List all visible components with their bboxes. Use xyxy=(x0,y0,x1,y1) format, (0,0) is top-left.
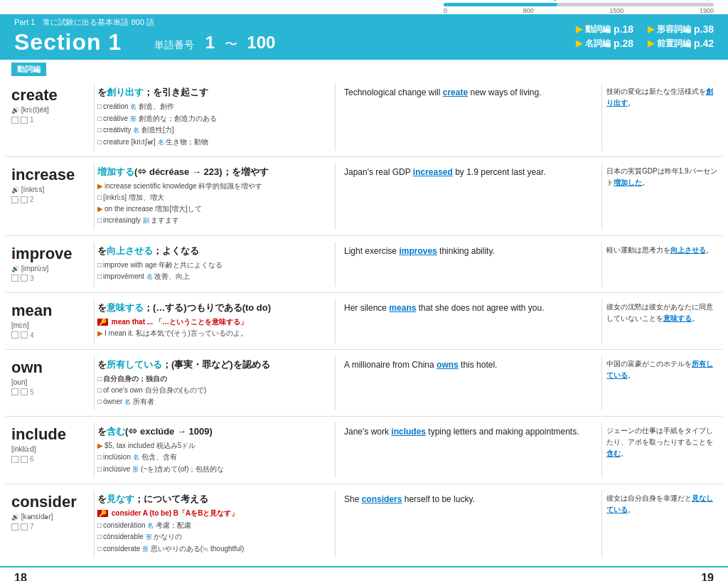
jp-col-include: ジェーンの仕事は手紙をタイプしたり、アポを取ったりすることを含む。 xyxy=(601,422,722,478)
checkbox2-own[interactable] xyxy=(21,388,28,395)
example-col-mean: Her silence means that she does not agre… xyxy=(338,299,599,343)
nav-label-verb: 動詞編 xyxy=(585,23,611,36)
example-col-increase: Japan's real GDP increased by 1.9 percen… xyxy=(338,163,599,230)
progress-fill xyxy=(444,3,557,6)
word-phonetic-mean: [miːn] xyxy=(11,321,85,329)
def-main-mean: を意味する；(…する)つもりである(to do) xyxy=(97,302,332,314)
audio-icon-improve[interactable]: 🔊 xyxy=(11,265,19,272)
arrow-icon-verb: ▶ xyxy=(576,24,582,34)
def-cyan-own: 所有している xyxy=(107,359,162,370)
range-tilde: 〜 xyxy=(225,37,237,51)
def-col-create: を創り出す；を引き起こす □creátion 名 創造、創作 □creátive… xyxy=(94,83,336,151)
check-num-increase: 2 xyxy=(30,196,34,203)
audio-icon-consider[interactable]: 🔊 xyxy=(11,513,19,521)
checkbox2-increase[interactable] xyxy=(21,196,28,203)
checkbox1-mean[interactable] xyxy=(11,331,18,339)
word-col-include: include [inklúːd] 6 xyxy=(6,422,91,478)
jp-key-improve: 向上させる xyxy=(670,246,706,254)
check-num-consider: 7 xyxy=(30,523,34,531)
word-check-increase: 2 xyxy=(11,196,85,203)
word-phonetic-improve: 🔊 [imprúːv] xyxy=(11,265,85,272)
progress-wrapper: ✈ 🚩 0 800 1500 1900 xyxy=(444,3,714,14)
def-sub-improve: □improve with age 年齢と共によくなる □improvément… xyxy=(97,260,332,282)
checkbox2-improve[interactable] xyxy=(21,274,28,282)
checkbox1-improve[interactable] xyxy=(11,274,18,282)
jp-key-include: 含む xyxy=(606,449,621,457)
checkbox1-increase[interactable] xyxy=(11,196,18,203)
example-col-consider: She considers herself to be lucky. xyxy=(338,490,599,558)
word-entry-own: own [oun] 5 を所有している；(事実・罪など)を認める □自分自身の；… xyxy=(6,350,722,417)
check-num-include: 6 xyxy=(30,455,34,463)
header-subtitle: Part 1 常に試験に出る基本単語 800 語 xyxy=(14,17,576,28)
checkbox1-consider[interactable] xyxy=(11,523,18,531)
range-end: 100 xyxy=(247,33,275,52)
word-main-consider: consider xyxy=(11,493,85,511)
def-sub-create-4: □creature [kriːtʃər] 名 生き物；動物 xyxy=(97,137,332,148)
example-key-improve: improves xyxy=(399,246,437,256)
checkbox1-own[interactable] xyxy=(11,388,18,395)
word-phonetic-include: [inklúːd] xyxy=(11,445,85,453)
word-col-mean: mean [miːn] 4 xyxy=(6,299,91,343)
def-sub-improve-2: □improvément 名 改善、向上 xyxy=(97,271,332,282)
section-tag-wrapper: 動詞編 xyxy=(6,60,722,76)
flag-icon: 🚩 xyxy=(707,0,715,1)
checkbox1-create[interactable] xyxy=(11,117,18,124)
word-col-improve: improve 🔊 [imprúːv] 3 xyxy=(6,242,91,287)
header-range: 単語番号 1 〜 100 xyxy=(151,33,278,55)
jp-col-create: 技術の変化は新たな生活様式を創り出す。 xyxy=(601,83,722,151)
def-col-include: を含む(⇔ exclúde → 1009) ▶$5, tax included … xyxy=(94,422,336,478)
prog-label-1900: 1900 xyxy=(700,7,714,14)
def-main-include: を含む(⇔ exclúde → 1009) xyxy=(97,425,332,438)
nav-item-noun[interactable]: ▶ 名詞編 p.28 xyxy=(576,38,633,50)
nav-page-verb: p.18 xyxy=(614,23,633,35)
def-cyan-create: 創り出す xyxy=(107,87,144,97)
header: Part 1 常に試験に出る基本単語 800 語 Section 1 単語番号 … xyxy=(0,14,728,60)
nav-page-adj: p.38 xyxy=(694,23,714,35)
word-phonetic-create: 🔊 [kriː(t)éit] xyxy=(11,106,85,114)
def-sub-create-1: □creátion 名 創造、創作 xyxy=(97,101,332,112)
def-sub-increase-4: □incréasingly 副 ますます xyxy=(97,215,332,226)
def-sub-create: □creátion 名 創造、創作 □creátive 形 創造的な；創造力のあ… xyxy=(97,101,332,147)
nav-item-verb[interactable]: ▶ 動詞編 p.18 xyxy=(576,23,633,36)
def-sub-improve-1: □improve with age 年齢と共によくなる xyxy=(97,260,332,270)
jp-key-consider: 見なしている xyxy=(606,494,713,513)
progress-area: ✈ 🚩 0 800 1500 1900 xyxy=(0,0,728,14)
def-col-own: を所有している；(事実・罪など)を認める □自分自身の；独自の □of one'… xyxy=(94,356,336,411)
arrow-icon-noun: ▶ xyxy=(576,38,582,48)
nav-item-adj[interactable]: ▶ 形容詞編 p.38 xyxy=(648,23,714,36)
header-nav: ▶ 動詞編 p.18 ▶ 形容詞編 p.38 ▶ 名詞編 p.28 ▶ 前置詞編… xyxy=(576,23,714,50)
example-key-create: create xyxy=(443,87,468,97)
def-cyan-mean: 意味する xyxy=(107,302,144,313)
word-entry-consider: consider 🔊 [kənsídər] 7 を見なす；について考える 🔑 c… xyxy=(6,484,722,563)
example-key-own: owns xyxy=(437,360,459,370)
prog-label-0: 0 xyxy=(444,7,447,14)
example-key-consider: considers xyxy=(362,494,402,504)
arrow-icon-adj: ▶ xyxy=(648,24,654,34)
nav-item-prep[interactable]: ▶ 前置詞編 p.42 xyxy=(648,38,714,50)
jp-key-create: 創り出す xyxy=(606,87,713,107)
checkbox2-consider[interactable] xyxy=(21,523,28,531)
word-main-mean: mean xyxy=(11,302,85,320)
example-col-create: Technological change will create new way… xyxy=(338,83,599,151)
jp-key-own: 所有している xyxy=(606,360,713,379)
word-check-mean: 4 xyxy=(11,331,85,339)
checkbox2-create[interactable] xyxy=(21,117,28,124)
progress-bar: ✈ 🚩 xyxy=(444,3,714,6)
checkbox1-include[interactable] xyxy=(11,456,18,463)
check-num-mean: 4 xyxy=(30,331,34,339)
def-sub-include-3: □inclúsive 形 (~を)含めて(of)；包括的な xyxy=(97,464,332,475)
checkbox2-mean[interactable] xyxy=(21,331,28,339)
header-title: Section 1 xyxy=(14,29,122,55)
checkbox2-include[interactable] xyxy=(21,456,28,463)
jp-key-mean: 意味する xyxy=(663,314,692,322)
def-sub-consider-3: □consíderate 形 思いやりのある(≒ thoughtful) xyxy=(97,543,332,555)
word-phonetic-own: [oun] xyxy=(11,378,85,386)
def-sub-include-1: ▶$5, tax included 税込み5ドル xyxy=(97,440,332,451)
def-sub-include-2: □inclúsion 名 包含、含有 xyxy=(97,452,332,463)
def-sub-consider: 🔑 consider A (to be) B「AをBと見なす」 □conside… xyxy=(97,508,332,554)
def-sub-increase: ▶increase scientific knowledge 科学的知識を増やす… xyxy=(97,181,332,226)
nav-label-adj: 形容詞編 xyxy=(657,23,691,36)
audio-icon-increase[interactable]: 🔊 xyxy=(11,186,19,193)
word-main-include: include xyxy=(11,425,85,444)
audio-icon-create[interactable]: 🔊 xyxy=(11,107,19,114)
